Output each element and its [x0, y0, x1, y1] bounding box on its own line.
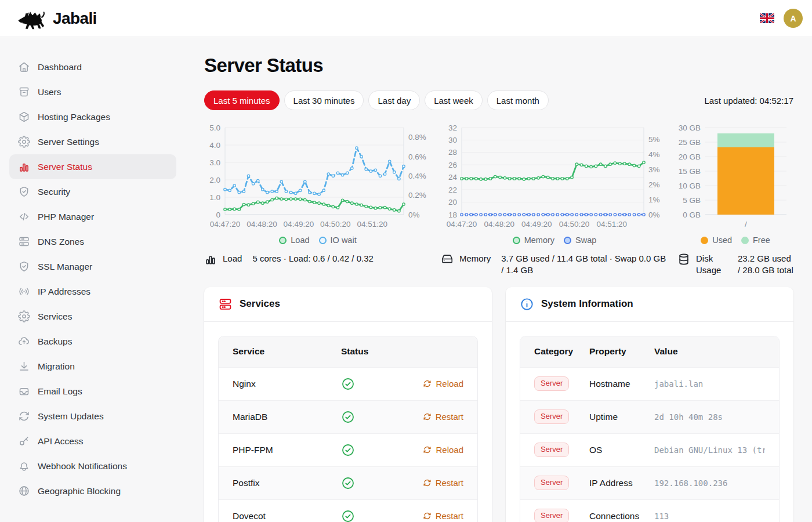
svg-text:28: 28 — [448, 148, 457, 157]
sidebar-item-hosting-packages[interactable]: Hosting Packages — [9, 104, 176, 129]
sidebar-item-system-updates[interactable]: System Updates — [9, 404, 176, 429]
legend-dot-icon — [319, 237, 327, 244]
legend-dot-icon — [279, 237, 287, 244]
sidebar-item-services[interactable]: Services — [9, 304, 176, 329]
svg-text:10 GB: 10 GB — [679, 182, 701, 190]
filter-last-5-minutes[interactable]: Last 5 minutes — [204, 90, 280, 110]
svg-text:04:47:20: 04:47:20 — [447, 220, 477, 229]
legend-dot-icon — [701, 237, 708, 244]
status-ok-check-icon — [341, 509, 355, 522]
legend-swap: Swap — [564, 235, 596, 245]
service-action-label: Restart — [436, 478, 463, 488]
svg-text:0.6%: 0.6% — [408, 153, 426, 161]
sidebar-item-php-manager[interactable]: PHP Manager — [9, 204, 176, 229]
sysinfo-value: jabali.lan — [654, 379, 765, 389]
filter-last-day[interactable]: Last day — [368, 90, 420, 110]
info-icon — [520, 297, 534, 311]
svg-text:04:48:20: 04:48:20 — [484, 220, 514, 229]
sidebar-item-label: System Updates — [38, 411, 104, 422]
bar-chart-icon — [204, 253, 217, 266]
load-stat: Load5 cores · Load: 0.6 / 0.42 / 0.32 — [204, 253, 432, 277]
svg-text:4.0: 4.0 — [209, 141, 220, 150]
sysinfo-row-connections: ServerConnections113 — [520, 499, 779, 522]
sidebar-item-migration[interactable]: Migration — [9, 354, 176, 379]
sidebar-item-ssl-manager[interactable]: SSL Manager — [9, 254, 176, 279]
svg-text:04:51:20: 04:51:20 — [357, 220, 388, 229]
load-chart-legend: LoadIO wait — [204, 235, 432, 245]
svg-text:0: 0 — [216, 211, 220, 219]
bar-chart-icon — [18, 161, 30, 173]
reload-nginx-button[interactable]: Reload — [423, 379, 463, 389]
svg-text:0 GB: 0 GB — [683, 211, 701, 219]
database-icon — [677, 253, 690, 266]
sidebar-item-label: Geographic Blocking — [38, 486, 121, 496]
legend-memory: Memory — [513, 235, 554, 245]
svg-text:22: 22 — [448, 186, 457, 194]
system-info-table: Category Property Value ServerHostnameja… — [520, 336, 780, 522]
sidebar-item-api-access[interactable]: API Access — [9, 429, 176, 454]
status-ok-check-icon — [341, 377, 355, 391]
sysinfo-col-property: Property — [589, 346, 654, 357]
services-card: Services Service Status NginxReloadMaria… — [204, 287, 492, 522]
sysinfo-value: 113 — [654, 512, 765, 521]
svg-text:30: 30 — [448, 136, 457, 144]
sidebar-item-dns-zones[interactable]: DNS Zones — [9, 229, 176, 254]
svg-text:30 GB: 30 GB — [679, 124, 701, 132]
services-table: Service Status NginxReloadMariaDBRestart… — [218, 336, 478, 522]
time-filter-buttons: Last 5 minutesLast 30 minutesLast dayLas… — [204, 90, 549, 110]
brand-name: Jabali — [53, 9, 97, 28]
sidebar-item-dashboard[interactable]: Dashboard — [9, 55, 176, 79]
legend-used: Used — [701, 235, 732, 245]
disk-stat-label: Disk Usage — [696, 253, 727, 277]
status-ok-check-icon — [341, 443, 355, 457]
status-ok-check-icon — [341, 476, 355, 490]
sidebar-item-label: Migration — [38, 361, 75, 372]
code-icon — [18, 211, 30, 223]
brand[interactable]: Jabali — [16, 8, 97, 30]
filter-last-month[interactable]: Last month — [487, 90, 549, 110]
sidebar-item-backups[interactable]: Backups — [9, 329, 176, 354]
page-layout: DashboardUsersHosting PackagesServer Set… — [0, 37, 812, 522]
svg-text:0.8%: 0.8% — [408, 133, 426, 142]
reload-php-fpm-button[interactable]: Reload — [423, 445, 463, 455]
service-name: Postfix — [233, 478, 341, 488]
sidebar-item-ip-addresses[interactable]: IP Addresses — [9, 279, 176, 304]
sidebar-item-geographic-blocking[interactable]: Geographic Blocking — [9, 478, 176, 503]
sysinfo-value: 2d 10h 40m 28s — [654, 412, 765, 422]
filter-last-30-minutes[interactable]: Last 30 minutes — [284, 90, 364, 110]
gear-icon — [18, 136, 30, 148]
load-chart-canvas: 01.02.03.04.05.00%0.2%0.4%0.6%0.8%04:47:… — [204, 121, 432, 232]
legend-dot-icon — [741, 237, 749, 244]
svg-text:04:51:20: 04:51:20 — [596, 220, 627, 229]
home-icon — [18, 61, 30, 73]
svg-text:1.0: 1.0 — [209, 193, 220, 202]
service-row-postfix: PostfixRestart — [219, 466, 477, 499]
sidebar-item-label: Dashboard — [38, 62, 82, 72]
sidebar-item-server-settings[interactable]: Server Settings — [9, 129, 176, 154]
services-col-status: Status — [341, 346, 463, 357]
service-status — [341, 377, 423, 391]
service-action-label: Restart — [436, 511, 463, 521]
charts-row: 01.02.03.04.05.00%0.2%0.4%0.6%0.8%04:47:… — [204, 121, 793, 245]
sidebar-item-email-logs[interactable]: Email Logs — [9, 379, 176, 404]
refresh-icon — [423, 412, 432, 421]
service-action-label: Restart — [436, 412, 463, 422]
uk-flag-icon[interactable] — [760, 13, 774, 23]
svg-text:0%: 0% — [648, 211, 660, 219]
svg-text:5.0: 5.0 — [209, 124, 220, 132]
globe-icon — [18, 485, 30, 497]
user-avatar[interactable]: A — [784, 9, 803, 28]
download-icon — [18, 360, 30, 372]
service-status — [341, 410, 423, 424]
restart-dovecot-button[interactable]: Restart — [423, 511, 463, 521]
sidebar-item-users[interactable]: Users — [9, 79, 176, 104]
status-ok-check-icon — [341, 410, 355, 424]
filter-last-week[interactable]: Last week — [425, 90, 483, 110]
restart-mariadb-button[interactable]: Restart — [423, 412, 463, 422]
sidebar-item-security[interactable]: Security — [9, 179, 176, 204]
restart-postfix-button[interactable]: Restart — [423, 478, 463, 488]
page-title: Server Status — [204, 55, 793, 77]
sidebar-item-server-status[interactable]: Server Status — [9, 154, 176, 179]
service-status — [341, 509, 423, 522]
sidebar-item-webhook-notifications[interactable]: Webhook Notifications — [9, 454, 176, 478]
